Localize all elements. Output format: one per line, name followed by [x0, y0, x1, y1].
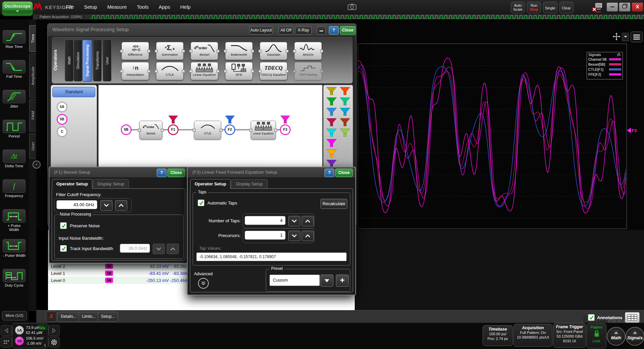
f3-trace-marker[interactable]: F3	[627, 128, 637, 133]
panel-collapse-button[interactable]: ‹	[33, 161, 41, 169]
operator-tab-signal-processing[interactable]: Signal Processing	[82, 40, 92, 81]
palette-funnel-1-1[interactable]	[339, 97, 351, 108]
setup-button[interactable]: Setup...	[98, 312, 118, 322]
sidebar-item-duty-cycle[interactable]: Duty Cycle	[2, 269, 26, 287]
auto-layout-button[interactable]: Auto Layout	[249, 26, 273, 35]
palette-funnel-6-0[interactable]	[326, 149, 337, 160]
processing-canvas[interactable]: 5B4thorderBesselF1CTLEF2+Linear Equalize…	[98, 85, 323, 168]
remove-measurement-button[interactable]: X	[46, 311, 56, 322]
limits-button[interactable]: Limits...	[79, 312, 99, 322]
x-ray-button[interactable]: X-Ray	[295, 26, 312, 35]
palette-funnel-0-0[interactable]	[326, 87, 337, 98]
operator-linear-equalizer[interactable]: +Linear Equalizer	[191, 62, 218, 80]
operator-interpolation[interactable]: ↑nInterpolation	[121, 62, 149, 80]
inb-decrement-button[interactable]	[153, 244, 165, 254]
dialog-titlebar[interactable]: Waveform Signal Processing Setup Auto La…	[48, 24, 356, 36]
signals-menu-button[interactable]: Signals	[626, 327, 644, 346]
annotations-checkbox[interactable]	[588, 314, 595, 321]
funnel-f1[interactable]	[168, 115, 179, 126]
channel-scale-panel[interactable]: 5A 73.9 µW/ 52.41 µW 5B 106.5 mV/ -1.09 …	[12, 323, 48, 348]
source-node-5b[interactable]: 5B	[57, 114, 67, 125]
palette-funnel-5-0[interactable]	[326, 139, 337, 150]
next-channel-button[interactable]	[48, 325, 60, 336]
tab-user[interactable]: User	[29, 133, 36, 159]
dialog-minimize-button[interactable]	[317, 26, 326, 35]
palette-funnel-3-0[interactable]	[326, 118, 337, 129]
tab-amplitude[interactable]: Amplitude	[29, 54, 36, 98]
sidebar-item-pulse-width[interactable]: - Pulse Width	[2, 239, 26, 257]
channel-grid-button[interactable]	[1, 337, 12, 348]
sidebar-item-pulse-width[interactable]: + Pulse Width	[2, 209, 26, 232]
close-button[interactable]: Close	[167, 169, 185, 177]
math-menu-button[interactable]: Math	[607, 327, 626, 346]
operator-tdecq-equalizer[interactable]: TDECQTDECQ Equalizer	[260, 62, 287, 80]
plot-menu-button[interactable]	[631, 32, 643, 42]
help-button[interactable]: ?	[157, 169, 166, 177]
precursors-increment-button[interactable]	[302, 231, 314, 241]
tab-operator-setup[interactable]: Operator Setup	[52, 179, 92, 189]
camera-icon[interactable]	[348, 3, 356, 10]
inb-increment-button[interactable]	[167, 244, 179, 254]
palette-funnel-3-1[interactable]	[339, 118, 351, 129]
sidebar-item-fall-time[interactable]: Fall Time	[2, 60, 26, 78]
menu-apps[interactable]: Apps	[156, 3, 173, 11]
sidebar-item-delta-time[interactable]: ΔtDelta Time	[2, 150, 26, 168]
palette-funnel-4-1[interactable]	[339, 128, 351, 139]
tab-pam[interactable]: PAM	[29, 99, 36, 131]
auto-scale-button[interactable]: AutoScale	[511, 2, 525, 13]
operator-tab-user[interactable]: User	[103, 40, 111, 81]
source-node-5a[interactable]: 5A	[57, 102, 67, 112]
window-close-button[interactable]: X	[632, 3, 643, 11]
run-stop-button[interactable]: RunStop	[527, 2, 541, 13]
source-node-c[interactable]: C	[57, 126, 67, 137]
sidebar-item-period[interactable]: Period	[2, 120, 26, 138]
status-box-frame-trigger[interactable]: Frame TriggerSrc: Front Panel53.125000 G…	[553, 323, 586, 348]
prev-channel-button[interactable]	[1, 325, 12, 336]
palette-funnel-4-0[interactable]	[326, 128, 337, 139]
operator-butterworth[interactable]: Butterworth	[225, 42, 253, 60]
help-button[interactable]: ?	[329, 26, 339, 35]
chain-block-linear-equalizer[interactable]: +Linear Equalizer	[251, 121, 276, 139]
palette-funnel-2-1[interactable]	[339, 108, 351, 118]
single-button[interactable]: Single	[543, 2, 557, 13]
palette-funnel-1-0[interactable]	[326, 97, 337, 108]
funnel-f3[interactable]	[280, 115, 291, 126]
number-of-taps-input[interactable]	[245, 216, 286, 225]
track-input-bandwidth-checkbox[interactable]	[60, 245, 67, 252]
tab-operator-setup[interactable]: Operator Setup	[190, 179, 231, 189]
recalculate-button[interactable]: Recalculate	[320, 199, 347, 209]
channel-5a-badge[interactable]: 5A	[15, 326, 24, 335]
taps-increment-button[interactable]	[302, 216, 314, 226]
sidebar-item-rise-time[interactable]: Rise Time	[2, 30, 26, 49]
advanced-expander[interactable]: Advanced	[192, 271, 214, 289]
preserve-noise-checkbox[interactable]	[60, 222, 67, 229]
input-noise-bandwidth-input[interactable]	[120, 244, 150, 253]
pan-move-icon[interactable]	[612, 32, 621, 41]
legend-entry-ffe-f2[interactable]: FFE[F2]	[587, 72, 623, 77]
tap-values-field[interactable]: -0.106634, 1.085548, -0.157821, 0.178907	[196, 252, 347, 261]
operator-difference[interactable]: x(n) - x(n-1)Difference	[121, 42, 149, 60]
oscilloscope-app-button[interactable]: Oscilloscope	[2, 1, 33, 16]
annotation-table-button[interactable]	[625, 312, 640, 323]
details-button[interactable]: Details...	[57, 312, 80, 322]
operator-tdr-peeling[interactable]: TDR Peeling	[294, 62, 322, 80]
sidebar-item-jitter[interactable]: Jitter	[2, 90, 26, 108]
cutoff-decrement-button[interactable]	[100, 200, 112, 211]
palette-funnel-2-0[interactable]	[326, 108, 337, 118]
channel-5b-badge[interactable]: 5B	[15, 337, 24, 345]
plot-dropdown-button[interactable]	[622, 33, 629, 41]
operator-bessel[interactable]: 4thorderBessel	[191, 42, 218, 60]
chain-block-bessel[interactable]: 4thorderBessel	[139, 121, 162, 139]
window-restore-button[interactable]	[619, 3, 630, 11]
network-disconnected-icon[interactable]	[591, 2, 603, 13]
legend-entry-channel-5b[interactable]: Channel 5B	[587, 57, 623, 62]
tab-display-setup[interactable]: Display Setup	[93, 179, 129, 189]
operator-tab-math[interactable]: Math	[65, 40, 73, 81]
more-measurements-button[interactable]: More (1/2)	[2, 311, 27, 321]
menu-tools[interactable]: Tools	[134, 3, 151, 11]
funnel-f2[interactable]	[225, 115, 235, 126]
legend-entry-bessel-5b[interactable]: Bessel[5B]	[587, 62, 623, 67]
operator-sin-x-x[interactable]: Sin(x)/x	[294, 42, 322, 60]
oscilloscope-dropdown[interactable]	[2, 10, 33, 13]
close-button[interactable]: Close	[335, 169, 353, 177]
